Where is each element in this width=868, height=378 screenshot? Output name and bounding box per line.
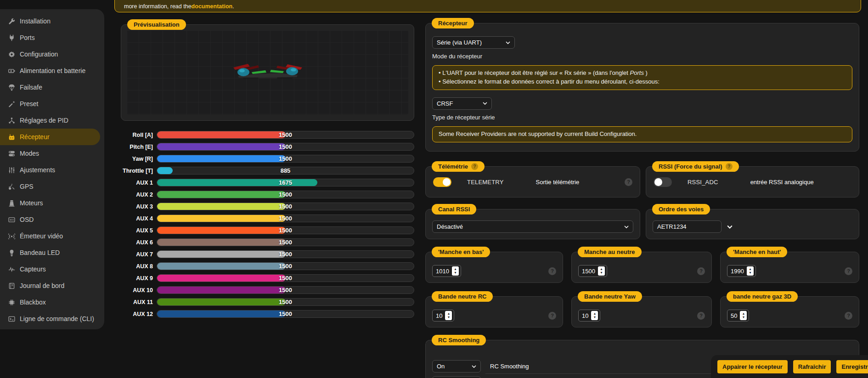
channel-label: AUX 11 <box>121 299 153 305</box>
refresh-button[interactable]: Rafraîchir <box>793 360 831 373</box>
sidebar-item-label: Ligne de commande (CLI) <box>20 315 94 322</box>
channel-label: AUX 7 <box>121 251 153 258</box>
sidebar-item-ligne-de-commande-cli[interactable]: Ligne de commande (CLI) <box>0 310 104 327</box>
deadband-3d-input[interactable]: 50▴▾ <box>727 310 749 322</box>
sidebar-item-ajustements[interactable]: Ajustements <box>0 162 104 178</box>
channel-label: AUX 12 <box>121 311 153 317</box>
channel-value: 1500 <box>279 131 292 138</box>
channel-track: 885 <box>157 167 414 175</box>
pulse-icon <box>8 266 15 273</box>
rssi-adc-toggle[interactable] <box>654 177 672 187</box>
channel-row: Roll [A] 1500 <box>121 131 414 139</box>
channel-value: 1500 <box>279 275 292 282</box>
deadband-yaw-card: Bande neutre Yaw 10▴▾ ? <box>571 296 712 327</box>
rssi-channel-select[interactable]: Désactivé <box>432 220 633 233</box>
help-icon[interactable]: ? <box>697 312 705 320</box>
documentation-link[interactable]: documentation <box>192 3 233 10</box>
stepper-arrows-icon[interactable]: ▴▾ <box>445 311 452 320</box>
bind-receiver-button[interactable]: Appairer le récepteur <box>717 360 788 373</box>
rc-smoothing-select[interactable]: On <box>432 360 481 372</box>
channel-row: AUX 3 1500 <box>121 203 414 210</box>
channel-value: 1500 <box>279 299 292 305</box>
action-toolbar: Appairer le récepteur Rafraîchir Enregis… <box>711 355 868 378</box>
stick-low-card: 'Manche en bas' 1010▴▾ ? <box>425 252 563 283</box>
sidebar-item-recepteur[interactable]: Récepteur <box>0 129 100 145</box>
plug-icon <box>8 34 15 41</box>
stick-low-input[interactable]: 1010▴▾ <box>432 265 461 277</box>
sidebar-item-blackbox[interactable]: Blackbox <box>0 294 104 310</box>
stick-center-input[interactable]: 1500▴▾ <box>578 265 607 277</box>
stepper-arrows-icon[interactable]: ▴▾ <box>740 311 747 320</box>
sidebar-item-moteurs[interactable]: Moteurs <box>0 195 104 211</box>
sidebar-item-gps[interactable]: GPS <box>0 178 104 195</box>
sidebar-item-label: Installation <box>20 17 51 25</box>
chevron-down-icon[interactable] <box>727 225 733 229</box>
deadband-rc-input[interactable]: 10▴▾ <box>432 310 454 322</box>
stepper-arrows-icon[interactable]: ▴▾ <box>598 266 605 276</box>
stepper-arrows-icon[interactable]: ▴▾ <box>747 266 754 276</box>
channel-bar <box>157 191 286 198</box>
sidebar-item-installation[interactable]: Installation <box>0 13 104 29</box>
stick-high-tab: 'Manche en haut' <box>727 247 787 257</box>
help-icon[interactable]: ? <box>548 267 556 275</box>
help-icon[interactable]: ? <box>697 267 705 275</box>
channel-value: 1500 <box>279 251 292 258</box>
telemetry-toggle[interactable] <box>433 177 451 187</box>
sidebar-item-alimentation-et-batterie[interactable]: Alimentation et batterie <box>0 62 104 79</box>
save-button[interactable]: Enregistrer <box>836 360 868 373</box>
receiver-mode-label: Mode du récepteur <box>432 53 852 60</box>
help-icon[interactable]: ? <box>845 312 852 320</box>
sidebar-item-failsafe[interactable]: Failsafe <box>0 79 104 96</box>
sidebar-item-emetteur-video[interactable]: Émetteur vidéo <box>0 228 104 244</box>
rc-smoothing-type-select[interactable] <box>432 376 481 378</box>
rc-smoothing-label: RC Smoothing <box>490 363 529 370</box>
channel-value: 1500 <box>279 310 292 317</box>
serial-provider-select[interactable]: CRSF <box>432 97 492 110</box>
sidebar-item-label: Journal de bord <box>20 282 64 289</box>
channel-bar <box>157 215 286 222</box>
motor-icon <box>8 200 15 207</box>
channel-label: AUX 9 <box>121 275 153 282</box>
rssi-desc: entrée RSSI analogique <box>750 179 814 186</box>
channel-label: AUX 8 <box>121 263 153 270</box>
sidebar-item-capteurs[interactable]: Capteurs <box>0 261 104 277</box>
sidebar-item-reglages-de-pid[interactable]: Réglages de PID <box>0 112 104 129</box>
channel-row: AUX 11 1500 <box>121 298 414 306</box>
uart-note: • L'UART pour le récepteur doit être rég… <box>432 65 852 90</box>
help-icon[interactable]: ? <box>471 163 478 170</box>
sliders-icon <box>8 167 15 174</box>
stepper-arrows-icon[interactable]: ▴▾ <box>591 311 598 320</box>
channel-value: 1500 <box>279 239 292 246</box>
sidebar-item-bandeau-led[interactable]: Bandeau LED <box>0 244 104 261</box>
channel-track: 1500 <box>157 191 414 198</box>
help-icon[interactable]: ? <box>726 163 733 170</box>
chevron-down-icon <box>483 102 487 105</box>
stick-low-tab: 'Manche en bas' <box>432 247 490 257</box>
model-preview-canvas[interactable] <box>127 30 408 115</box>
sidebar-item-preset[interactable]: Preset <box>0 96 104 112</box>
stepper-arrows-icon[interactable]: ▴▾ <box>452 266 459 276</box>
deadband-yaw-input[interactable]: 10▴▾ <box>578 310 600 322</box>
help-icon[interactable]: ? <box>845 267 852 275</box>
receiver-mode-select[interactable]: Série (via UART) <box>432 36 515 49</box>
toggles-icon <box>8 150 15 157</box>
sidebar-item-label: Modes <box>20 150 39 157</box>
channel-value: 1500 <box>279 227 292 234</box>
stick-high-input[interactable]: 1990▴▾ <box>727 265 756 277</box>
receiver-page: more information, read the documentation… <box>0 0 868 378</box>
channel-label: AUX 6 <box>121 239 153 246</box>
sidebar-item-modes[interactable]: Modes <box>0 145 104 162</box>
channel-track: 1500 <box>157 143 414 151</box>
sidebar-item-osd[interactable]: OSD <box>0 211 104 228</box>
help-icon[interactable]: ? <box>548 312 556 320</box>
receiver-tab: Récepteur <box>432 18 474 28</box>
channel-map-input[interactable]: AETR1234 <box>653 220 721 233</box>
battery-icon <box>8 68 15 74</box>
sidebar-item-ports[interactable]: Ports <box>0 29 104 46</box>
deadband-3d-card: bande neutre gaz 3D 50▴▾ ? <box>720 296 859 327</box>
channel-row: Yaw [R] 1500 <box>121 155 414 163</box>
help-icon[interactable]: ? <box>625 178 632 186</box>
sidebar-item-journal-de-bord[interactable]: Journal de bord <box>0 277 104 294</box>
chevron-down-icon <box>472 365 476 368</box>
sidebar-item-configuration[interactable]: Configuration <box>0 46 104 62</box>
